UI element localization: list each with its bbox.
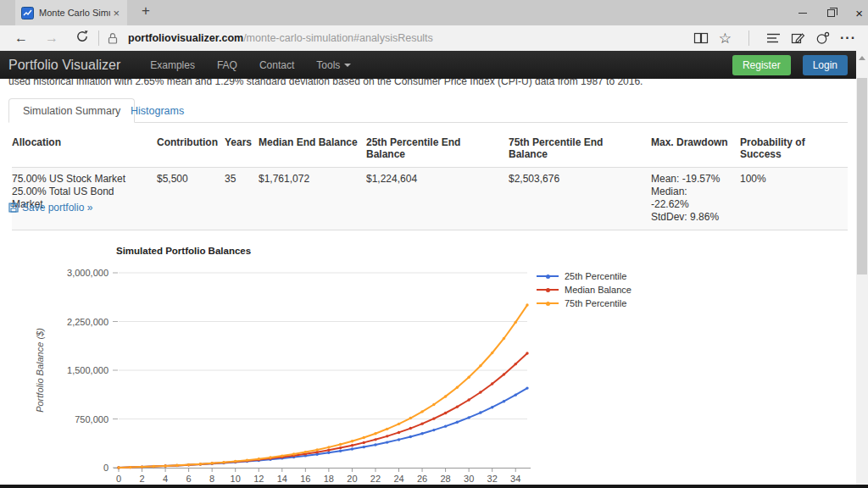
page-scrollbar[interactable] [856,51,868,488]
data-point [409,427,412,430]
data-point [374,443,376,446]
data-point [351,444,353,446]
data-point [363,446,365,448]
legend-label: 75th Percentile [565,298,626,308]
data-point [409,435,412,438]
nav-item-examples[interactable]: Examples [139,51,206,79]
window-restore-icon[interactable] [827,9,835,17]
legend-swatch [537,275,559,277]
url-path: /monte-carlo-simulation#analysisResults [243,32,433,44]
cell-75th-percentile-end-balance: $2,503,676 [509,173,651,224]
cell-max-drawdown: Mean: -19.57% Median: -22.62% StdDev: 9.… [651,173,740,224]
legend-swatch-dot [546,274,550,279]
data-point [515,363,517,365]
data-point [141,465,143,468]
cell-allocation: 75.00% US Stock Market 25.00% Total US B… [12,173,157,224]
data-point [491,352,493,354]
data-point [187,463,190,466]
data-point [199,463,202,465]
data-point [420,410,423,413]
x-tick-label: 4 [163,474,168,484]
table-header-cell: Max. Drawdown [651,136,740,160]
data-point [491,382,493,385]
login-button[interactable]: Login [803,55,848,75]
browser-tab[interactable]: Monte Carlo Simulation × [15,0,127,25]
x-tick-label: 22 [370,474,381,484]
legend-swatch [537,302,559,304]
save-portfolio-label: Save portfolio » [22,202,92,214]
legend-item-25th-percentile: 25th Percentile [537,269,632,283]
nav-menu: ExamplesFAQContactTools [139,51,362,79]
x-tick-label: 10 [231,474,241,484]
data-point [479,391,481,393]
tab-title: Monte Carlo Simulation [39,8,110,18]
hub-icon[interactable] [766,32,781,44]
nav-item-tools[interactable]: Tools [305,51,362,79]
brand-portfolio-visualizer[interactable]: Portfolio Visualizer [8,58,120,73]
data-point [420,432,423,435]
data-point [444,412,447,414]
back-icon[interactable]: ← [12,30,31,46]
browser-titlebar: Monte Carlo Simulation × + × [0,0,868,25]
forward-icon[interactable]: → [42,30,61,46]
table-header-cell: 75th Percentile End Balance [509,136,651,160]
table-header-cell: Contribution [157,136,225,160]
url-field[interactable]: portfoliovisualizer.com/monte-carlo-simu… [120,25,693,51]
y-tick-label: 750,000 [75,414,108,424]
data-point [351,447,353,450]
window-minimize-icon[interactable] [798,13,807,14]
data-point [409,417,412,419]
web-note-icon[interactable] [791,31,805,45]
window-close-icon[interactable]: × [855,7,863,19]
data-point [374,432,376,435]
data-point [491,406,493,408]
data-point [526,386,528,389]
refresh-icon[interactable] [73,30,92,47]
data-point [386,441,388,443]
y-tick-label: 1,500,000 [67,365,108,375]
tab-simulation-summary[interactable]: Simulation Summary [8,98,135,123]
data-point [526,303,528,306]
tab-close-icon[interactable]: × [110,7,122,19]
data-point [420,422,423,424]
scrollbar-thumb[interactable] [857,78,867,274]
data-point [386,428,388,430]
legend-swatch [537,289,559,291]
new-tab-button[interactable]: + [136,3,156,19]
table-header-cell: Years [225,136,259,160]
window-bottom-edge [0,485,868,488]
chevron-down-icon [344,64,351,67]
cell-contribution: $5,500 [157,173,225,224]
x-tick-label: 26 [417,474,427,484]
scrollbar-up-arrow-icon[interactable] [859,56,865,60]
y-tick-label: 0 [103,463,108,473]
nav-item-faq[interactable]: FAQ [206,51,248,79]
data-point [526,352,528,354]
data-point [503,400,505,402]
data-point [386,435,388,437]
portfolio-balances-chart: 0750,0001,500,0002,250,0003,000,00002468… [25,254,619,485]
share-icon[interactable] [815,31,830,45]
table-header-cell: 25th Percentile End Balance [366,136,509,160]
reading-view-icon[interactable] [693,31,709,45]
nav-item-contact[interactable]: Contact [248,51,305,79]
more-actions-icon[interactable]: ··· [840,31,856,45]
x-tick-label: 20 [347,474,357,484]
data-point [398,438,400,441]
x-tick-label: 6 [186,474,192,484]
series-line-75th-percentile [119,305,527,468]
data-point [327,449,330,452]
cell-years: 35 [225,173,259,224]
register-button[interactable]: Register [732,55,791,75]
data-point [374,438,376,441]
x-tick-label: 0 [116,474,121,484]
results-tabbar: Simulation Summary Histograms [8,99,848,123]
data-point [234,460,236,463]
favorites-star-icon[interactable]: ☆ [719,31,732,46]
x-tick-label: 18 [324,474,334,484]
data-point [153,465,155,468]
data-point [258,458,260,460]
tab-histograms[interactable]: Histograms [117,98,198,123]
data-point [432,417,435,419]
save-portfolio-link[interactable]: Save portfolio » [8,202,92,214]
